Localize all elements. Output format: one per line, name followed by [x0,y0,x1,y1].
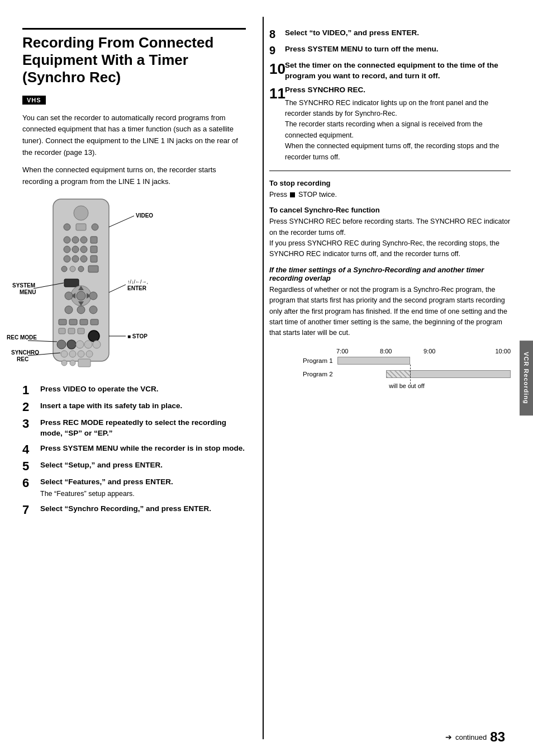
step-4-num: 4 [22,443,38,456]
step-7: 7 Select “Synchro Recording,” and press … [22,504,246,516]
step-8: 8 Select “to VIDEO,” and press ENTER. [269,28,511,41]
steps-left: 1 Press VIDEO to operate the VCR. 2 Inse… [22,384,246,516]
timeline-row-2: Program 2 [303,369,511,379]
svg-rect-35 [80,319,88,325]
step-7-text: Select “Synchro Recording,” and press EN… [40,503,211,513]
svg-point-6 [72,237,79,243]
step-6-sub: The “Features” setup appears. [40,489,173,499]
step-5: 5 Select “Setup,” and press ENTER. [22,460,246,472]
svg-rect-21 [64,279,79,287]
vhs-badge: VHS [22,96,46,105]
will-be-cut-label: will be cut off [303,382,511,389]
step-11-num: 11 [269,85,285,102]
step-11-text: Press SYNCHRO REC. [285,84,365,94]
step-6: 6 Select “Features,” and press ENTER. Th… [22,477,246,499]
step-4: 4 Press SYSTEM MENU while the recorder i… [22,443,246,456]
step-6-num: 6 [22,477,38,489]
step-9-num: 9 [269,44,285,57]
svg-rect-37 [59,328,65,334]
program2-bar-normal [410,370,511,378]
svg-point-18 [70,266,75,272]
page-title: Recording From Connected Equipment With … [22,28,246,87]
stop-icon [290,192,295,197]
subsection-stop-title: To stop recording [269,179,511,187]
subsection-cancel-title: To cancel Synchro-Rec function [269,206,511,214]
svg-point-28 [65,292,73,300]
svg-point-15 [80,256,87,262]
svg-rect-3 [76,224,86,230]
svg-point-5 [64,237,70,243]
svg-point-29 [89,292,97,300]
intro-para-1: You can set the recorder to automaticall… [22,112,246,159]
svg-rect-16 [91,256,97,262]
step-1-text: Press VIDEO to operate the VCR. [40,384,159,393]
svg-point-23 [77,291,85,300]
step-11-body: The SYNCHRO REC indicator lights up on t… [285,98,511,163]
svg-point-50 [61,360,67,366]
step-8-num: 8 [269,28,285,41]
subsection-stop-body: Press STOP twice. [269,190,511,200]
step-9-text: Press SYSTEM MENU to turn off the menu. [285,44,439,53]
svg-line-58 [109,285,126,292]
step-10-text: Set the timer on the connected equipment… [285,60,498,80]
step-11: 11 Press SYNCHRO REC. The SYNCHRO REC in… [269,85,511,163]
svg-point-32 [89,306,97,314]
step-10-num: 10 [269,60,285,78]
footer: ➔ continued 83 [445,729,505,745]
page-number: 83 [490,729,505,745]
svg-rect-52 [78,359,91,367]
step-3: 3 Press REC MODE repeatedly to select th… [22,418,246,439]
side-tab: VCR Recording [520,341,533,415]
svg-point-9 [64,246,70,253]
step-2-text: Insert a tape with its safety tab in pla… [40,400,182,410]
svg-point-40 [88,330,99,342]
svg-text:VIDEO: VIDEO [136,212,153,219]
left-column: Recording From Connected Equipment With … [0,17,257,739]
svg-point-44 [84,341,92,348]
svg-point-30 [65,306,73,314]
svg-rect-33 [59,319,66,325]
svg-point-45 [93,341,101,348]
svg-point-48 [78,351,84,357]
svg-text:SYNCHRO: SYNCHRO [11,349,39,356]
step-4-text: Press SYSTEM MENU while the recorder is … [40,443,245,452]
svg-point-19 [78,266,84,272]
step-1: 1 Press VIDEO to operate the VCR. [22,384,246,396]
svg-rect-36 [91,319,98,325]
svg-point-47 [69,351,76,357]
step-5-text: Select “Setup,” and press ENTER. [40,460,163,469]
timeline-chart: 7:00 8:00 9:00 10:00 Program 1 Program 2 [269,348,511,389]
program2-label: Program 2 [303,371,337,377]
svg-rect-38 [68,328,75,334]
timeline-time-2: 8:00 [380,348,423,355]
continued-text: continued [455,733,487,741]
program1-bar-area [337,356,511,366]
svg-point-7 [80,237,87,243]
step-1-num: 1 [22,384,38,396]
program2-bar-area [337,369,511,379]
program1-bar [337,357,410,365]
svg-point-13 [64,256,70,262]
divider-1 [269,171,511,171]
step-6-text: Select “Features,” and press ENTER. [40,476,173,486]
step-10: 10 Set the timer on the connected equipm… [269,60,511,82]
step-2-num: 2 [22,401,38,413]
step-3-num: 3 [22,418,38,430]
steps-right: 8 Select “to VIDEO,” and press ENTER. 9 … [269,28,511,163]
svg-point-43 [76,341,84,348]
svg-line-63 [28,341,57,342]
svg-point-49 [86,351,93,357]
svg-point-41 [57,340,66,349]
svg-text:■ STOP: ■ STOP [127,333,147,339]
svg-text:ENTER: ENTER [127,285,147,291]
svg-text:SYSTEM: SYSTEM [12,282,35,289]
timeline-time-1: 7:00 [336,348,380,355]
remote-svg: VIDEO SYSTEM MENU ↑/↓/←/→, ENTER ■ STOP … [22,196,151,375]
subsection-overlap-body: Regardless of whether or not the program… [269,285,511,339]
svg-point-11 [80,246,87,253]
program2-bar-cut [386,370,410,378]
timeline-row-1: Program 1 [303,356,511,366]
svg-rect-12 [91,246,97,253]
svg-point-42 [67,340,76,349]
svg-rect-20 [88,266,98,272]
